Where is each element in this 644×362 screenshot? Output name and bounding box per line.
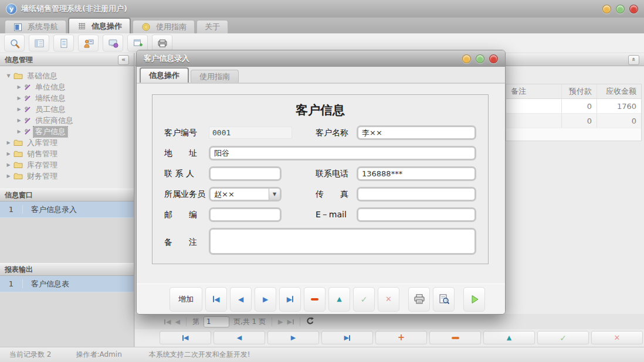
confirm-button[interactable]: ✓ xyxy=(537,331,589,344)
monitor-globe-button[interactable] xyxy=(103,35,123,52)
table-row-empty xyxy=(506,128,641,141)
check-icon: ✓ xyxy=(361,295,368,304)
window-new-button[interactable] xyxy=(127,35,148,52)
delete-record-button[interactable] xyxy=(429,331,481,344)
dialog-minimize-button[interactable] xyxy=(462,54,471,63)
chevron-right-icon[interactable]: ▶ xyxy=(15,84,23,90)
tab-user-guide[interactable]: 使用指南 xyxy=(133,20,195,33)
edit-record-button[interactable]: ▲ xyxy=(328,287,350,312)
last-page-button[interactable]: ▶ xyxy=(287,319,293,325)
export-print-button[interactable] xyxy=(152,35,172,52)
next-page-button[interactable]: ▶ xyxy=(278,319,283,325)
panel-collapse-up-button[interactable]: « xyxy=(628,55,639,65)
email-input[interactable] xyxy=(357,207,476,222)
customer-grid: 备注 预付款 应收金额 0 1760 0 0 xyxy=(506,84,642,141)
phone-input[interactable] xyxy=(357,166,476,181)
customer-no-field[interactable] xyxy=(209,127,292,139)
remark-textarea[interactable] xyxy=(209,228,476,255)
prev-page-button[interactable]: ◀ xyxy=(175,319,179,325)
fax-input[interactable] xyxy=(357,187,476,202)
document-button[interactable] xyxy=(53,35,74,52)
tree-item-finance-mgmt[interactable]: ▶ 财务管理 xyxy=(0,170,134,182)
column-header-remark[interactable]: 备注 xyxy=(506,84,561,98)
tab-about[interactable]: 关于 xyxy=(196,20,228,33)
list-item[interactable]: 1 客户信息表 xyxy=(0,276,134,292)
tree-item-inventory-mgmt[interactable]: ▶ 库存管理 xyxy=(0,159,134,170)
add-record-button[interactable]: + xyxy=(375,331,427,344)
address-input[interactable] xyxy=(209,146,476,160)
customer-name-input[interactable] xyxy=(357,125,476,140)
tree-item-wallpaper-info[interactable]: ▶ 墙纸信息 xyxy=(0,93,134,104)
column-header-receivable[interactable]: 应收金额 xyxy=(596,84,641,98)
delete-record-button[interactable] xyxy=(304,287,326,312)
dialog-close-button[interactable] xyxy=(489,54,498,63)
chevron-right-icon[interactable]: ▶ xyxy=(15,118,23,123)
table-row[interactable]: 0 1760 xyxy=(506,99,641,114)
last-record-button[interactable]: ▶ xyxy=(279,287,301,312)
chevron-down-icon[interactable]: ▼ xyxy=(5,73,12,78)
refresh-icon[interactable] xyxy=(306,317,314,327)
next-record-button[interactable]: ▶ xyxy=(267,331,319,344)
print-button[interactable] xyxy=(408,287,430,312)
cancel-button[interactable]: ✕ xyxy=(378,287,399,312)
prev-record-button[interactable]: ◀ xyxy=(213,331,265,344)
print-preview-button[interactable] xyxy=(433,287,455,312)
phone-label: 联系电话 xyxy=(316,169,357,179)
dialog-maximize-button[interactable] xyxy=(476,54,484,63)
column-header-prepaid[interactable]: 预付款 xyxy=(561,84,596,98)
tree-item-unit-info[interactable]: ▶ 单位信息 xyxy=(0,81,134,93)
cancel-button[interactable]: ✕ xyxy=(591,331,643,344)
first-page-button[interactable]: ◀ xyxy=(164,319,171,325)
divider xyxy=(300,317,300,326)
tree-item-basic-info[interactable]: ▼ 基础信息 xyxy=(0,70,134,81)
maximize-button[interactable] xyxy=(616,5,625,13)
employee-report-button[interactable] xyxy=(78,35,99,52)
minimize-button[interactable] xyxy=(602,5,611,13)
tree-item-customer-info[interactable]: ▶ 客户信息 xyxy=(0,126,134,137)
dialog-tab-info-operation[interactable]: 信息操作 xyxy=(140,67,189,83)
chevron-right-icon[interactable]: ▶ xyxy=(15,107,23,112)
page-number-input[interactable] xyxy=(204,316,229,327)
tree-item-inbound-mgmt[interactable]: ▶ 入库管理 xyxy=(0,137,134,148)
sidebar-collapse-button[interactable]: « xyxy=(118,55,129,65)
chevron-right-icon[interactable]: ▶ xyxy=(5,140,12,145)
first-record-button[interactable]: ◀ xyxy=(160,331,211,344)
tab-label: 关于 xyxy=(205,22,220,32)
list-item[interactable]: 1 客户信息录入 xyxy=(0,202,134,218)
cell-remark xyxy=(506,114,561,128)
zip-input[interactable] xyxy=(209,207,282,222)
first-record-button[interactable]: ◀ xyxy=(205,287,227,312)
tab-info-operation[interactable]: 信息操作 xyxy=(68,18,131,33)
close-button[interactable] xyxy=(629,5,638,13)
chevron-right-icon[interactable]: ▶ xyxy=(15,129,23,134)
salesperson-dropdown[interactable]: 赵×× ▼ xyxy=(209,187,282,202)
tree-item-employee-info[interactable]: ▶ 员工信息 xyxy=(0,104,134,115)
run-button[interactable] xyxy=(463,287,485,312)
edit-record-button[interactable]: ▲ xyxy=(483,331,535,344)
contact-input[interactable] xyxy=(209,166,282,181)
next-record-button[interactable]: ▶ xyxy=(255,287,276,312)
confirm-button[interactable]: ✓ xyxy=(353,287,375,312)
x-icon: ✕ xyxy=(385,295,392,303)
status-message: 本系统支持二次开发和全新开发! xyxy=(149,350,250,360)
last-record-button[interactable]: ▶ xyxy=(321,331,373,344)
search-preview-button[interactable] xyxy=(4,35,25,52)
table-row[interactable]: 0 0 xyxy=(506,114,641,128)
chevron-right-icon[interactable]: ▶ xyxy=(5,173,12,179)
remark-label: 备 注 xyxy=(164,237,209,248)
prev-record-button[interactable]: ◀ xyxy=(230,287,252,312)
list-view-button[interactable] xyxy=(29,35,49,52)
tab-system-nav[interactable]: 系统导航 xyxy=(5,20,66,33)
tree-item-sales-mgmt[interactable]: ▶ 销售管理 xyxy=(0,148,134,159)
email-label: E－mail xyxy=(316,210,357,220)
chevron-right-icon[interactable]: ▶ xyxy=(5,162,12,168)
chevron-down-icon[interactable]: ▼ xyxy=(269,189,280,200)
add-button[interactable]: 增加 xyxy=(170,287,202,312)
dialog-tab-user-guide[interactable]: 使用指南 xyxy=(191,70,239,83)
salesperson-label: 所属业务员 xyxy=(164,189,209,200)
chevron-right-icon[interactable]: ▶ xyxy=(5,151,12,156)
operator-label: 操作者:Admin xyxy=(76,350,121,360)
tree-item-supplier-info[interactable]: ▶ 供应商信息 xyxy=(0,115,134,126)
folder-icon xyxy=(13,173,23,180)
chevron-right-icon[interactable]: ▶ xyxy=(15,95,23,101)
